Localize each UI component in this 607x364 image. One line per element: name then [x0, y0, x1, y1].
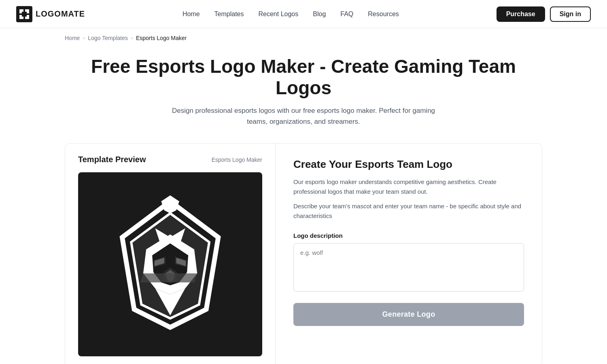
- breadcrumb-logo-templates[interactable]: Logo Templates: [88, 35, 128, 41]
- breadcrumb-separator-2: ›: [131, 35, 133, 41]
- esports-logo-svg: [101, 195, 239, 333]
- nav-links: Home Templates Recent Logos Blog FAQ Res…: [183, 11, 399, 18]
- navbar: LOGOMATE Home Templates Recent Logos Blo…: [0, 0, 607, 28]
- svg-rect-5: [22, 12, 27, 17]
- create-form-desc-secondary: Describe your team's mascot and enter yo…: [293, 201, 524, 221]
- template-preview-header: Template Preview Esports Logo Maker: [78, 155, 262, 164]
- breadcrumb-home[interactable]: Home: [65, 35, 80, 41]
- nav-actions: Purchase Sign in: [497, 6, 591, 22]
- breadcrumb: Home › Logo Templates › Esports Logo Mak…: [0, 28, 607, 48]
- breadcrumb-current: Esports Logo Maker: [136, 35, 187, 41]
- logo-description-label: Logo description: [293, 232, 524, 239]
- signin-button[interactable]: Sign in: [550, 6, 591, 22]
- generate-logo-button[interactable]: Generate Logo: [293, 303, 524, 326]
- nav-templates[interactable]: Templates: [214, 11, 244, 17]
- purchase-button[interactable]: Purchase: [497, 6, 545, 22]
- template-preview-panel: Template Preview Esports Logo Maker: [65, 144, 276, 364]
- nav-faq[interactable]: FAQ: [340, 11, 353, 17]
- create-form-panel: Create Your Esports Team Logo Our esport…: [276, 144, 542, 364]
- page-title: Free Esports Logo Maker - Create Gaming …: [65, 56, 542, 99]
- breadcrumb-separator-1: ›: [83, 35, 85, 41]
- nav-resources[interactable]: Resources: [368, 11, 399, 17]
- create-form-title: Create Your Esports Team Logo: [293, 158, 524, 171]
- logo[interactable]: LOGOMATE: [16, 6, 85, 22]
- nav-recent-logos[interactable]: Recent Logos: [259, 11, 299, 17]
- nav-blog[interactable]: Blog: [313, 11, 326, 17]
- logo-description-input[interactable]: [293, 243, 524, 292]
- nav-home[interactable]: Home: [183, 11, 200, 17]
- template-preview-title: Template Preview: [78, 155, 146, 164]
- main-content: Template Preview Esports Logo Maker: [65, 143, 542, 364]
- logomate-icon: [16, 6, 32, 22]
- hero-section: Free Esports Logo Maker - Create Gaming …: [0, 48, 607, 143]
- logo-text: LOGOMATE: [36, 9, 85, 19]
- template-image: [78, 172, 262, 356]
- template-preview-label: Esports Logo Maker: [212, 157, 262, 163]
- create-form-desc-primary: Our esports logo maker understands compe…: [293, 177, 524, 197]
- hero-description: Design professional esports logos with o…: [162, 105, 445, 127]
